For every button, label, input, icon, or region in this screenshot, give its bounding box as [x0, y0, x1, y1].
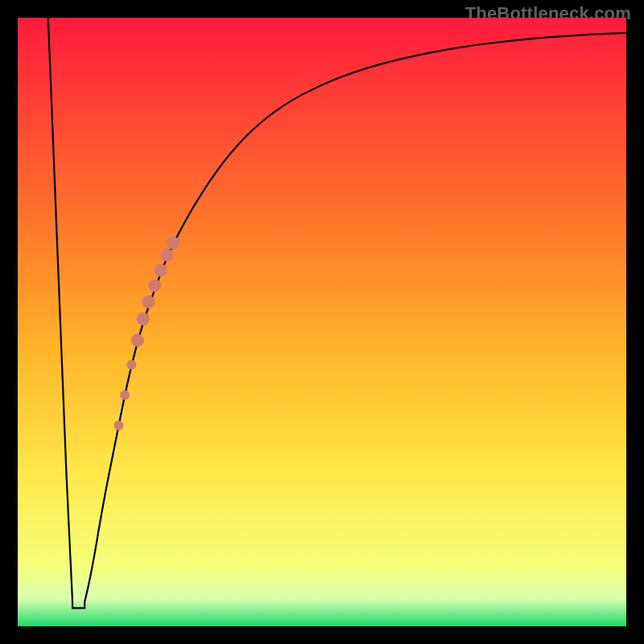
marker-dot	[160, 249, 173, 262]
marker-dot	[131, 334, 144, 347]
gradient-background	[18, 18, 626, 626]
marker-dot	[114, 421, 124, 431]
marker-dot	[167, 237, 180, 250]
plot-frame	[18, 18, 626, 626]
marker-dot	[120, 390, 130, 400]
marker-dot	[155, 264, 167, 277]
marker-dot	[137, 312, 150, 325]
marker-dot	[126, 360, 136, 369]
marker-dot	[148, 279, 161, 292]
bottleneck-chart	[18, 18, 626, 626]
marker-dot	[142, 295, 155, 308]
